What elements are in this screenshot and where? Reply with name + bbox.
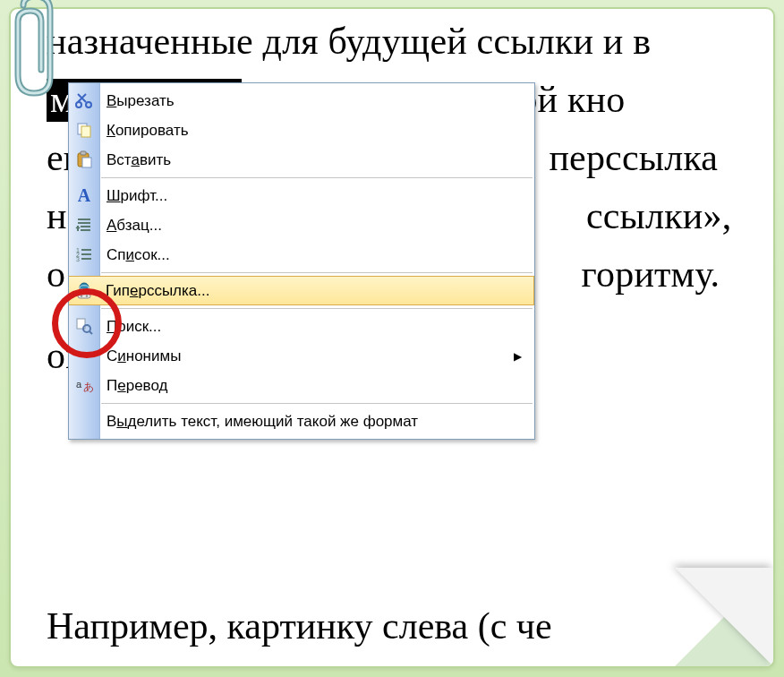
svg-rect-5	[81, 151, 86, 155]
svg-point-1	[86, 102, 91, 107]
menu-item-label: Список...	[107, 246, 170, 264]
menu-item-label: Гиперссылка...	[106, 282, 209, 300]
text-fragment: ссылки»,	[586, 195, 731, 236]
hyperlink-icon	[72, 279, 96, 303]
svg-point-13	[81, 295, 82, 296]
text-line-bottom: Например, картинку слева (с че	[47, 604, 552, 647]
card-frame: назначенные для будущей ссылки и в мента…	[9, 7, 775, 668]
context-menu: Вырезать Копировать Вставить A Шрифт...	[68, 82, 535, 440]
svg-text:あ: あ	[83, 381, 93, 393]
translate-icon: aあ	[72, 373, 96, 397]
text-fragment: перссылка	[549, 137, 718, 178]
menu-item-hyperlink[interactable]: Гиперссылка...	[69, 276, 534, 305]
page-curl-decoration	[675, 568, 773, 666]
menu-item-label: Абзац...	[107, 217, 162, 235]
menu-item-font[interactable]: A Шрифт...	[69, 181, 534, 210]
svg-text:a: a	[76, 379, 82, 390]
svg-rect-3	[81, 126, 90, 137]
paragraph-icon	[72, 213, 96, 236]
menu-separator	[101, 177, 533, 178]
svg-point-0	[76, 102, 81, 107]
svg-point-10	[80, 283, 89, 292]
menu-item-paragraph[interactable]: Абзац...	[69, 210, 534, 240]
paperclip-decoration	[5, 0, 68, 106]
menu-item-list[interactable]: 123 Список...	[69, 240, 534, 270]
blank-icon	[72, 409, 96, 433]
scissors-icon	[72, 89, 96, 112]
menu-separator	[101, 308, 533, 309]
menu-item-cut[interactable]: Вырезать	[69, 86, 534, 116]
menu-item-label: Поиск...	[107, 318, 161, 336]
list-icon: 123	[72, 243, 96, 266]
menu-item-label: Перевод	[107, 377, 167, 395]
menu-item-paste[interactable]: Вставить	[69, 145, 534, 175]
menu-item-copy[interactable]: Копировать	[69, 116, 534, 145]
svg-rect-12	[78, 294, 90, 298]
copy-icon	[72, 118, 96, 141]
menu-item-label: Вырезать	[107, 92, 175, 110]
menu-item-translate[interactable]: aあ Перевод	[69, 371, 534, 400]
svg-rect-6	[82, 158, 91, 167]
submenu-arrow-icon: ▶	[514, 350, 522, 363]
menu-item-label: Шрифт...	[107, 187, 167, 205]
menu-separator	[101, 272, 533, 273]
text-line: назначенные для будущей ссылки и в	[47, 13, 766, 71]
svg-text:3: 3	[76, 256, 80, 262]
text-fragment: горитму.	[582, 253, 720, 295]
font-icon: A	[72, 184, 96, 207]
paste-icon	[72, 148, 96, 171]
menu-item-find[interactable]: Поиск...	[69, 312, 534, 341]
menu-item-synonyms[interactable]: Синонимы ▶	[69, 341, 534, 371]
menu-item-label: Копировать	[107, 122, 189, 140]
blank-icon	[72, 344, 96, 367]
menu-separator	[101, 403, 533, 404]
search-icon	[72, 314, 96, 338]
menu-item-label: Вставить	[107, 151, 171, 169]
menu-item-label: Выделить текст, имеющий такой же формат	[107, 413, 418, 431]
svg-point-14	[86, 295, 88, 296]
menu-item-select-similar-formatting[interactable]: Выделить текст, имеющий такой же формат	[69, 407, 534, 436]
menu-item-label: Синонимы	[107, 347, 181, 365]
